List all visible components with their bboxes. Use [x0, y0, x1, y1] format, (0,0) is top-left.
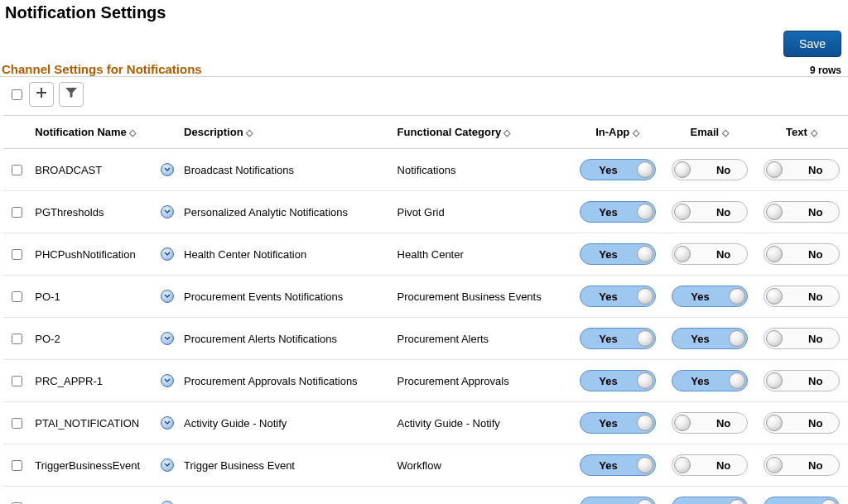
toggle-inapp[interactable]: Yes [580, 201, 656, 223]
row-select-checkbox[interactable] [12, 334, 22, 344]
col-header-inapp[interactable]: In-App◇ [572, 116, 664, 149]
toggle-knob [674, 457, 691, 473]
toggle-email[interactable]: No [672, 454, 748, 476]
toggle-label: No [808, 290, 822, 303]
col-header-name[interactable]: Notification Name◇ [30, 116, 155, 149]
toggle-knob [637, 288, 653, 305]
toggle-text[interactable]: No [764, 412, 840, 434]
toggle-inapp[interactable]: Yes [580, 412, 656, 434]
toggle-email[interactable]: Yes [672, 328, 748, 349]
toggle-inapp[interactable]: Yes [580, 370, 656, 391]
toggle-inapp[interactable]: Yes [580, 243, 656, 265]
toggle-text[interactable]: No [764, 454, 840, 476]
toggle-inapp[interactable]: Yes [580, 454, 656, 476]
row-actions-dropdown[interactable] [161, 290, 174, 303]
toggle-text[interactable]: No [764, 201, 840, 223]
cell-category: Procurement Alerts [393, 318, 572, 360]
toggle-inapp[interactable]: Yes [580, 286, 656, 307]
toggle-text[interactable]: No [764, 328, 840, 349]
toggle-knob [637, 372, 653, 389]
row-select-checkbox[interactable] [12, 418, 22, 429]
toggle-email[interactable]: No [672, 412, 748, 434]
toggle-knob [766, 204, 783, 220]
add-row-button[interactable] [29, 82, 54, 107]
cell-notification-name: WFL [30, 487, 155, 504]
toggle-inapp[interactable]: Yes [580, 328, 656, 349]
toggle-knob [729, 288, 745, 305]
row-actions-dropdown[interactable] [161, 247, 174, 261]
toggle-knob [766, 161, 783, 178]
row-actions-dropdown[interactable] [161, 458, 174, 472]
cell-category: Notifications [393, 149, 572, 191]
row-actions-dropdown[interactable] [161, 205, 174, 218]
toggle-knob [766, 288, 783, 305]
toggle-knob [766, 246, 783, 262]
toggle-email[interactable]: Yes [672, 497, 748, 504]
toggle-knob [637, 457, 653, 473]
col-header-text[interactable]: Text◇ [756, 116, 848, 149]
sort-icon: ◇ [632, 127, 640, 138]
toggle-label: Yes [599, 333, 617, 345]
toggle-label: No [716, 248, 730, 261]
toggle-text[interactable]: No [764, 243, 840, 265]
row-actions-dropdown[interactable] [161, 332, 174, 345]
toggle-inapp[interactable]: Yes [580, 159, 656, 180]
save-button[interactable]: Save [783, 31, 841, 57]
cell-description: Health Center Notification [179, 233, 393, 276]
chevron-down-icon [164, 462, 171, 468]
toggle-label: Yes [691, 290, 709, 303]
col-header-description[interactable]: Description◇ [179, 116, 393, 149]
chevron-down-icon [164, 166, 171, 173]
cell-category: Procurement Business Events [393, 276, 572, 318]
toggle-text[interactable]: Yes [764, 497, 840, 504]
row-select-checkbox[interactable] [12, 207, 22, 218]
filter-button[interactable] [59, 82, 84, 107]
row-actions-dropdown[interactable] [161, 163, 174, 176]
col-header-category[interactable]: Functional Category◇ [393, 116, 572, 149]
select-all-checkbox[interactable] [12, 89, 22, 100]
row-actions-dropdown[interactable] [161, 374, 174, 387]
toggle-knob [637, 415, 653, 431]
cell-description: Broadcast Notifications [179, 149, 393, 191]
row-select-checkbox[interactable] [12, 376, 22, 386]
chevron-down-icon [164, 335, 171, 342]
row-select-checkbox[interactable] [12, 249, 22, 260]
toggle-email[interactable]: No [672, 159, 748, 180]
row-actions-dropdown[interactable] [161, 501, 174, 504]
toggle-knob [637, 330, 653, 347]
toggle-label: Yes [599, 164, 617, 176]
funnel-icon [65, 86, 78, 103]
cell-description: Procurement Events Notifications [179, 276, 393, 318]
cell-notification-name: PO-2 [30, 318, 155, 360]
row-actions-dropdown[interactable] [161, 416, 174, 430]
sort-icon: ◇ [246, 127, 254, 138]
toggle-label: No [808, 248, 822, 261]
table-row: PRC_APPR-1Procurement Approvals Notifica… [3, 360, 848, 402]
toggle-text[interactable]: No [764, 370, 840, 391]
toggle-label: No [716, 459, 730, 472]
toggle-knob [674, 204, 691, 220]
toggle-label: No [808, 333, 822, 345]
toggle-text[interactable]: No [764, 286, 840, 307]
cell-category: Health Center [393, 233, 572, 276]
section-title: Channel Settings for Notifications [2, 62, 202, 76]
row-select-checkbox[interactable] [12, 460, 22, 471]
toggle-text[interactable]: No [764, 159, 840, 180]
row-select-checkbox[interactable] [12, 165, 22, 175]
toggle-email[interactable]: Yes [672, 286, 748, 307]
toggle-inapp[interactable]: Yes [580, 497, 656, 504]
table-row: WFLWorkflowWorkflow NotificationsYesYesY… [3, 487, 848, 504]
cell-notification-name: TriggerBusinessEvent [30, 444, 155, 487]
toggle-email[interactable]: No [672, 201, 748, 223]
toggle-label: Yes [691, 502, 709, 504]
toggle-email[interactable]: Yes [672, 370, 748, 391]
table-row: PTAI_NOTIFICATIONActivity Guide - Notify… [3, 402, 848, 444]
row-select-checkbox[interactable] [12, 291, 22, 302]
toggle-knob [729, 372, 745, 389]
toggle-label: No [716, 417, 730, 430]
table-row: PGThresholdsPersonalized Analytic Notifi… [3, 191, 848, 233]
toggle-email[interactable]: No [672, 243, 748, 265]
col-header-email[interactable]: Email◇ [664, 116, 756, 149]
toggle-knob [766, 415, 783, 431]
cell-category: Workflow Notifications [393, 487, 572, 504]
